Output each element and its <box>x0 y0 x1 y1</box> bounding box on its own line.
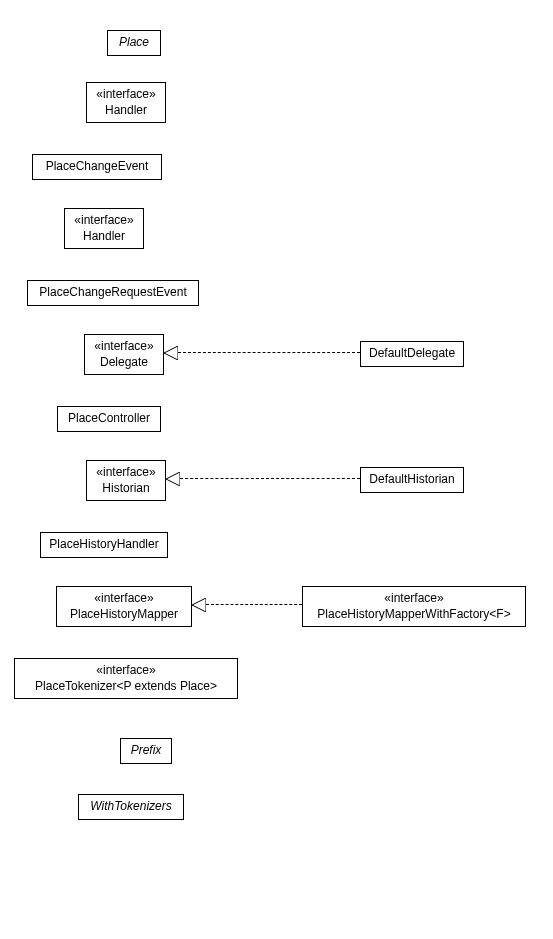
uml-class-defaulthistorian: DefaultHistorian <box>360 467 464 493</box>
uml-class-placechangeevent: PlaceChangeEvent <box>32 154 162 180</box>
class-label: PlaceTokenizer<P extends Place> <box>23 679 229 695</box>
svg-marker-0 <box>164 346 178 360</box>
uml-class-placehistoryhandler: PlaceHistoryHandler <box>40 532 168 558</box>
realization-connector <box>180 478 360 479</box>
uml-class-withtokenizers: WithTokenizers <box>78 794 184 820</box>
class-label: Prefix <box>129 743 163 759</box>
uml-class-placecontroller: PlaceController <box>57 406 161 432</box>
stereotype-label: «interface» <box>93 339 155 355</box>
svg-marker-1 <box>166 472 180 486</box>
class-label: Historian <box>95 481 157 497</box>
uml-interface-delegate: «interface» Delegate <box>84 334 164 375</box>
uml-interface-placetokenizer: «interface» PlaceTokenizer<P extends Pla… <box>14 658 238 699</box>
class-label: DefaultHistorian <box>369 472 455 488</box>
class-label: Delegate <box>93 355 155 371</box>
class-label: PlaceChangeRequestEvent <box>36 285 190 301</box>
uml-class-place: Place <box>107 30 161 56</box>
svg-marker-2 <box>192 598 206 612</box>
class-label: PlaceChangeEvent <box>41 159 153 175</box>
realization-arrowhead-icon <box>192 598 206 612</box>
realization-arrowhead-icon <box>164 346 178 360</box>
uml-class-defaultdelegate: DefaultDelegate <box>360 341 464 367</box>
uml-interface-handler-1: «interface» Handler <box>86 82 166 123</box>
class-label: Handler <box>73 229 135 245</box>
stereotype-label: «interface» <box>311 591 517 607</box>
stereotype-label: «interface» <box>65 591 183 607</box>
class-label: PlaceHistoryHandler <box>49 537 159 553</box>
class-label: Place <box>116 35 152 51</box>
stereotype-label: «interface» <box>95 87 157 103</box>
uml-interface-placehistorymapper: «interface» PlaceHistoryMapper <box>56 586 192 627</box>
uml-interface-placehistorymapperwithfactory: «interface» PlaceHistoryMapperWithFactor… <box>302 586 526 627</box>
class-label: WithTokenizers <box>87 799 175 815</box>
stereotype-label: «interface» <box>23 663 229 679</box>
class-label: Handler <box>95 103 157 119</box>
stereotype-label: «interface» <box>95 465 157 481</box>
realization-connector <box>206 604 302 605</box>
realization-arrowhead-icon <box>166 472 180 486</box>
class-label: PlaceController <box>66 411 152 427</box>
uml-class-prefix: Prefix <box>120 738 172 764</box>
class-label: PlaceHistoryMapperWithFactory<F> <box>311 607 517 623</box>
class-label: PlaceHistoryMapper <box>65 607 183 623</box>
realization-connector <box>178 352 360 353</box>
uml-class-placechangerequestevent: PlaceChangeRequestEvent <box>27 280 199 306</box>
uml-interface-handler-2: «interface» Handler <box>64 208 144 249</box>
class-label: DefaultDelegate <box>369 346 455 362</box>
stereotype-label: «interface» <box>73 213 135 229</box>
uml-interface-historian: «interface» Historian <box>86 460 166 501</box>
